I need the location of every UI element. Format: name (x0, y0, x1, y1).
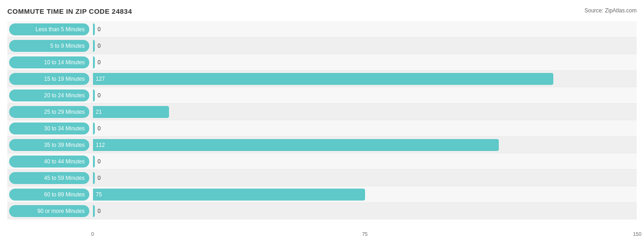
axis-label: 0 (91, 231, 94, 237)
bar-fill: 21 (93, 106, 169, 118)
bar-row: 45 to 59 Minutes0 (7, 170, 637, 186)
bar-area: 0 (93, 153, 637, 169)
bar-row: 35 to 39 Minutes112 (7, 137, 637, 153)
bar-row: 40 to 44 Minutes0 (7, 153, 637, 170)
bar-chart: Less than 5 Minutes05 to 9 Minutes010 to… (7, 21, 637, 230)
bar-value: 0 (98, 43, 101, 49)
bar-fill (93, 123, 95, 134)
bar-row: 60 to 89 Minutes75 (7, 186, 637, 203)
axis-label: 150 (633, 231, 641, 237)
bar-area: 0 (93, 38, 637, 54)
bar-row: 25 to 29 Minutes21 (7, 104, 637, 120)
bar-fill (93, 89, 95, 101)
bar-area: 0 (93, 54, 637, 70)
bar-value: 0 (98, 92, 101, 99)
bar-value: 112 (96, 142, 108, 148)
bar-area: 75 (93, 186, 637, 202)
bar-fill: 127 (93, 73, 553, 85)
bar-area: 0 (93, 21, 637, 37)
bar-fill (93, 205, 95, 217)
axis-label: 75 (362, 231, 368, 237)
bar-value: 0 (98, 59, 101, 66)
bar-row: 20 to 24 Minutes0 (7, 87, 637, 104)
bar-fill: 112 (93, 139, 499, 151)
bar-area: 0 (93, 87, 637, 103)
bar-value: 127 (96, 76, 108, 82)
bar-label: Less than 5 Minutes (9, 23, 89, 35)
bar-value: 75 (96, 191, 104, 198)
bar-fill (93, 56, 95, 68)
bar-row: 15 to 19 Minutes127 (7, 71, 637, 87)
bar-label: 35 to 39 Minutes (9, 139, 89, 151)
bar-area: 0 (93, 120, 637, 136)
bar-area: 127 (93, 71, 637, 87)
bar-label: 45 to 59 Minutes (9, 172, 89, 184)
bar-fill (93, 23, 95, 35)
bar-fill (93, 156, 95, 167)
bar-row: 10 to 14 Minutes0 (7, 54, 637, 71)
bar-label: 15 to 19 Minutes (9, 73, 89, 85)
bar-row: Less than 5 Minutes0 (7, 21, 637, 38)
bar-label: 20 to 24 Minutes (9, 89, 89, 101)
bar-value: 0 (98, 158, 101, 165)
bar-label: 60 to 89 Minutes (9, 189, 89, 201)
bar-label: 90 or more Minutes (9, 205, 89, 217)
bar-area: 112 (93, 137, 637, 153)
x-axis: 075150 (95, 230, 637, 240)
bar-fill: 75 (93, 189, 365, 201)
bar-value: 0 (98, 125, 101, 132)
bar-fill (93, 40, 95, 52)
bar-value: 21 (96, 109, 104, 115)
bar-row: 30 to 34 Minutes0 (7, 120, 637, 137)
bar-label: 30 to 34 Minutes (9, 123, 89, 134)
bar-label: 10 to 14 Minutes (9, 56, 89, 68)
bar-area: 21 (93, 104, 637, 120)
bar-value: 0 (98, 26, 101, 33)
bar-area: 0 (93, 203, 637, 219)
bar-fill (93, 172, 95, 184)
bar-value: 0 (98, 175, 101, 181)
bar-row: 90 or more Minutes0 (7, 203, 637, 219)
bar-label: 5 to 9 Minutes (9, 40, 89, 52)
bar-label: 25 to 29 Minutes (9, 106, 89, 118)
bar-row: 5 to 9 Minutes0 (7, 38, 637, 54)
chart-title: COMMUTE TIME IN ZIP CODE 24834 (7, 7, 132, 15)
bar-label: 40 to 44 Minutes (9, 156, 89, 167)
bar-area: 0 (93, 170, 637, 186)
source-label: Source: ZipAtlas.com (584, 7, 637, 14)
bar-value: 0 (98, 208, 101, 214)
